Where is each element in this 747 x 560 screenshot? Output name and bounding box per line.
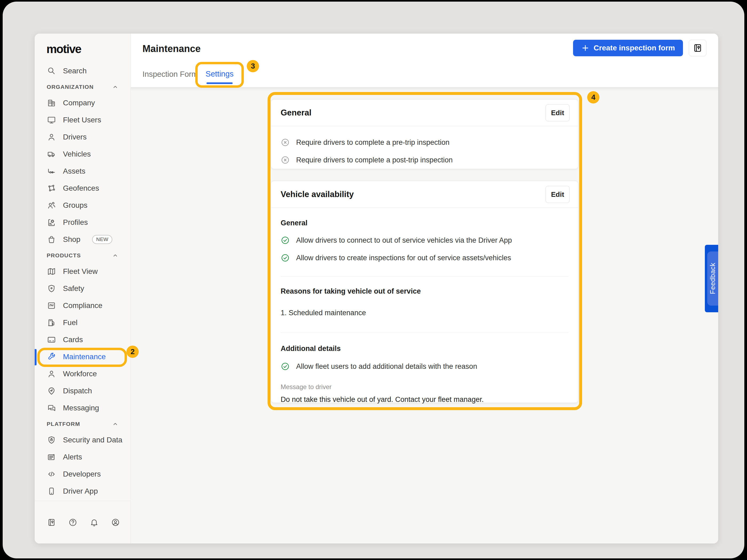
feedback-tab-inner: Feedback bbox=[707, 251, 718, 305]
person-icon bbox=[47, 369, 56, 378]
notifications-bell-icon[interactable] bbox=[89, 517, 99, 527]
profile-card-icon bbox=[47, 218, 56, 227]
section-divider bbox=[281, 332, 568, 333]
setting-row-additional-details: Allow fleet users to add additional deta… bbox=[281, 362, 568, 371]
sidebar-item-fleet-view[interactable]: Fleet View bbox=[35, 263, 130, 280]
map-icon bbox=[47, 267, 56, 276]
sidebar-item-safety[interactable]: Safety bbox=[35, 280, 130, 297]
people-icon bbox=[47, 201, 56, 210]
general-settings-card: General Edit Require drivers to complete… bbox=[271, 99, 578, 169]
building-icon bbox=[47, 99, 56, 107]
truck-icon bbox=[47, 150, 56, 159]
circle-x-icon bbox=[281, 156, 290, 164]
logbook-icon[interactable] bbox=[47, 517, 56, 527]
sidebar-section-organization[interactable]: ORGANIZATION bbox=[35, 79, 130, 95]
sidebar-section-platform[interactable]: PLATFORM bbox=[35, 417, 130, 431]
sidebar-item-geofences[interactable]: Geofences bbox=[35, 180, 130, 197]
chevron-up-icon bbox=[112, 83, 119, 90]
callout-badge-2: 2 bbox=[126, 346, 139, 358]
chevron-up-icon bbox=[112, 421, 119, 427]
section-divider bbox=[281, 276, 568, 276]
reasons-subheading: Reasons for taking vehicle out of servic… bbox=[281, 287, 568, 295]
sidebar-item-fleet-users[interactable]: Fleet Users bbox=[35, 111, 130, 129]
plus-icon bbox=[581, 44, 590, 52]
shopping-bag-icon bbox=[47, 235, 56, 244]
sidebar-item-assets[interactable]: Assets bbox=[35, 163, 130, 180]
setting-row-post-trip: Require drivers to complete a post-trip … bbox=[281, 156, 568, 164]
geofence-icon bbox=[47, 184, 56, 193]
sidebar-item-messaging[interactable]: Messaging bbox=[35, 399, 130, 417]
circle-check-icon bbox=[281, 236, 290, 245]
motive-logo: motive bbox=[46, 43, 130, 55]
wrench-icon bbox=[47, 352, 56, 361]
vehicle-availability-card: Vehicle availability Edit General Allow … bbox=[271, 181, 578, 403]
chat-bubbles-icon bbox=[47, 403, 56, 412]
main-area: Maintenance Inspection Forms Settings 3 … bbox=[131, 34, 718, 543]
message-to-driver-label: Message to driver bbox=[281, 383, 568, 391]
sidebar-footer bbox=[35, 501, 130, 543]
create-inspection-form-button[interactable]: Create inspection form bbox=[573, 40, 683, 56]
setting-row-pre-trip: Require drivers to complete a pre-trip i… bbox=[281, 138, 568, 147]
sidebar-item-dispatch[interactable]: Dispatch bbox=[35, 382, 130, 399]
edit-vehicle-availability-button[interactable]: Edit bbox=[546, 186, 570, 203]
circle-x-icon bbox=[281, 138, 290, 147]
callout-badge-3: 3 bbox=[247, 60, 259, 72]
circle-check-icon bbox=[281, 362, 290, 371]
general-card-title: General bbox=[281, 108, 311, 117]
sidebar-item-workforce[interactable]: Workforce bbox=[35, 365, 130, 382]
reason-item-1: 1. Scheduled maintenance bbox=[281, 309, 568, 317]
general-card-header: General Edit bbox=[271, 100, 578, 126]
shield-icon bbox=[47, 284, 56, 293]
fuel-pump-icon bbox=[47, 318, 56, 327]
content-area: 4 General Edit Require drivers to comple… bbox=[131, 87, 718, 543]
sidebar-item-groups[interactable]: Groups bbox=[35, 197, 130, 214]
person-icon bbox=[47, 133, 56, 141]
chart-doc-icon bbox=[47, 301, 56, 310]
tab-settings[interactable]: Settings bbox=[206, 70, 234, 78]
general-subheading: General bbox=[281, 219, 568, 227]
edit-general-button[interactable]: Edit bbox=[546, 104, 570, 121]
logbook-button[interactable] bbox=[689, 40, 706, 56]
sidebar: motive Search ORGANIZATION Company Fleet… bbox=[35, 34, 131, 543]
page-background: motive Search ORGANIZATION Company Fleet… bbox=[3, 2, 744, 558]
sidebar-item-profiles[interactable]: Profiles bbox=[35, 214, 130, 231]
sidebar-item-vehicles[interactable]: Vehicles bbox=[35, 145, 130, 163]
shield-lock-icon bbox=[47, 435, 56, 445]
callout-badge-4: 4 bbox=[587, 91, 599, 104]
help-icon[interactable] bbox=[68, 517, 77, 527]
sidebar-item-drivers[interactable]: Drivers bbox=[35, 129, 130, 145]
sidebar-item-fuel[interactable]: Fuel bbox=[35, 314, 130, 331]
highlight-ring-settings: Settings bbox=[195, 62, 244, 88]
page-header: Maintenance Inspection Forms Settings 3 … bbox=[131, 34, 718, 87]
app-window: motive Search ORGANIZATION Company Fleet… bbox=[35, 34, 718, 543]
account-icon[interactable] bbox=[111, 517, 120, 527]
dispatch-pin-icon bbox=[47, 386, 56, 396]
circle-check-icon bbox=[281, 253, 290, 262]
sidebar-item-compliance[interactable]: Compliance bbox=[35, 297, 130, 314]
credit-card-icon bbox=[47, 335, 56, 344]
message-to-driver-text: Do not take this vehicle out of yard. Co… bbox=[281, 396, 568, 404]
sidebar-item-maintenance[interactable]: Maintenance bbox=[35, 348, 130, 365]
additional-details-subheading: Additional details bbox=[281, 345, 568, 353]
sidebar-item-security-and-data[interactable]: Security and Data bbox=[35, 431, 130, 449]
setting-row-create-inspections: Allow drivers to create inspections for … bbox=[281, 253, 568, 262]
chevron-up-icon bbox=[112, 252, 119, 259]
sidebar-item-company[interactable]: Company bbox=[35, 95, 130, 111]
tab-inspection-forms[interactable]: Inspection Forms bbox=[143, 70, 202, 79]
feedback-label: Feedback bbox=[709, 263, 717, 294]
sidebar-item-shop[interactable]: Shop NEW bbox=[35, 231, 130, 248]
new-badge: NEW bbox=[92, 235, 112, 244]
screenshot-stage: motive Search ORGANIZATION Company Fleet… bbox=[0, 0, 747, 560]
sidebar-item-driver-app[interactable]: Driver App bbox=[35, 483, 130, 500]
trailer-icon bbox=[47, 167, 56, 176]
phone-icon bbox=[47, 487, 56, 496]
sidebar-section-products[interactable]: PRODUCTS bbox=[35, 248, 130, 263]
logbook-icon bbox=[693, 43, 703, 53]
feedback-tab[interactable]: Feedback bbox=[705, 245, 718, 312]
sidebar-item-search[interactable]: Search bbox=[35, 62, 130, 79]
active-item-indicator bbox=[35, 349, 36, 365]
sidebar-item-alerts[interactable]: Alerts bbox=[35, 449, 130, 465]
sidebar-item-developers[interactable]: Developers bbox=[35, 465, 130, 483]
sidebar-item-cards[interactable]: Cards bbox=[35, 331, 130, 348]
monitor-icon bbox=[47, 115, 56, 125]
